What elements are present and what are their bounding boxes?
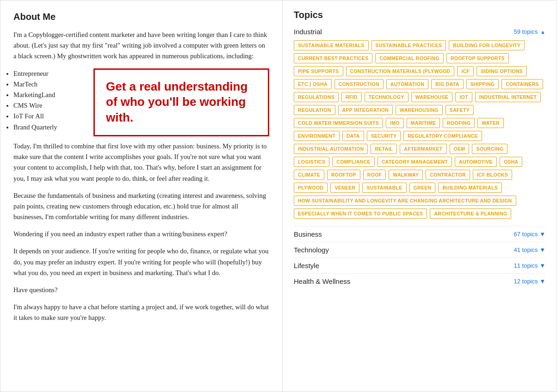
chevron-up-icon: ▲ [540, 29, 545, 35]
highlight-text: Get a real understanding of who you'll b… [106, 79, 257, 126]
tag-automation[interactable]: AUTOMATION [386, 79, 428, 89]
tag-icf-blocks[interactable]: ICF BLOCKS [473, 170, 512, 180]
tag-veneer[interactable]: VENEER [330, 183, 359, 193]
tag-building-for-longevity[interactable]: BUILDING FOR LONGEVITY [449, 40, 525, 50]
tag-containers[interactable]: CONTAINERS [501, 79, 543, 89]
tag-warehouse[interactable]: WAREHOUSE [411, 92, 453, 102]
about-paragraph-7: I'm always happy to have a chat before s… [13, 302, 269, 323]
tag-rooftop[interactable]: ROOFTOP [327, 170, 360, 180]
tag-rooftop-supports[interactable]: ROOFTOP SUPPORTS [446, 53, 509, 63]
tag-current-best-practices[interactable]: CURRENT BEST PRACTICES [294, 53, 372, 63]
tag-industrial-automation[interactable]: INDUSTRIAL AUTOMATION [294, 144, 368, 154]
tag-regulation[interactable]: REGULATION [294, 105, 335, 115]
business-section: Business 67 topics ▼ [294, 226, 545, 242]
tag-shipping[interactable]: SHIPPING [466, 79, 499, 89]
about-title: About Me [13, 12, 269, 22]
tag-siding-options[interactable]: SIDING OPTIONS [477, 66, 527, 76]
tag-cold-water-immersion[interactable]: COLD WATER IMMERSION SUITS [294, 118, 383, 128]
topics-title: Topics [294, 10, 545, 20]
tag-sustainable[interactable]: SUSTAINABLE [362, 183, 406, 193]
tag-regulatory-compliance[interactable]: REGULATORY COMPLIANCE [403, 131, 482, 141]
tag-oem[interactable]: OEM [450, 144, 470, 154]
tag-safety[interactable]: SAFETY [446, 105, 474, 115]
tag-sustainability-longevity[interactable]: HOW SUSTAINABILITY AND LONGEVITY ARE CHA… [294, 196, 516, 206]
tag-aftermarket[interactable]: AFTERMARKET [400, 144, 446, 154]
about-paragraph-5: It depends on your audience. If you're w… [13, 246, 269, 278]
tag-construction[interactable]: CONSTRUCTION [334, 79, 384, 89]
tag-technology[interactable]: TECHNOLOGY [365, 92, 408, 102]
tag-roofing[interactable]: ROOFING [443, 118, 475, 128]
health-wellness-section-name: Health & Wellness [294, 277, 350, 285]
tag-data[interactable]: DATA [342, 131, 364, 141]
tag-sustainable-materials[interactable]: SUSTAINABLE MATERIALS [294, 40, 369, 50]
tag-big-data[interactable]: BIG DATA [431, 79, 464, 89]
tag-plywood[interactable]: PLYWOOD [294, 183, 328, 193]
lifestyle-section-name: Lifestyle [294, 262, 319, 270]
tag-pipe-supports[interactable]: PIPE SUPPORTS [294, 66, 343, 76]
tag-contractor[interactable]: CONTRACTOR [426, 170, 470, 180]
tag-app-integration[interactable]: APP INTEGRATION [338, 105, 393, 115]
technology-section-name: Technology [294, 246, 329, 254]
chevron-down-icon: ▼ [539, 246, 545, 253]
about-paragraph-2: Today, I'm thrilled to combine that firs… [13, 141, 269, 184]
tag-regulations[interactable]: REGULATIONS [294, 92, 339, 102]
technology-section: Technology 41 topics ▼ [294, 242, 545, 257]
highlight-box: Get a real understanding of who you'll b… [93, 68, 269, 136]
lifestyle-section: Lifestyle 11 topics ▼ [294, 257, 545, 273]
tag-warehousing[interactable]: WAREHOUSING [396, 105, 443, 115]
about-paragraph-4: Wondering if you need an industry expert… [13, 229, 269, 239]
tag-walkway[interactable]: WALKWAY [389, 170, 423, 180]
business-count[interactable]: 67 topics ▼ [514, 231, 545, 238]
about-paragraph-6: Have questions? [13, 285, 269, 295]
tag-retail[interactable]: RETAIL [371, 144, 397, 154]
tag-rfid[interactable]: RFID [341, 92, 362, 102]
chevron-down-icon: ▼ [539, 278, 545, 285]
about-paragraph-3: Because the fundamentals of business and… [13, 190, 269, 223]
tag-security[interactable]: SECURITY [367, 131, 401, 141]
about-paragraph-1: I'm a Copyblogger-certified content mark… [13, 30, 269, 62]
tag-public-spaces[interactable]: ESPECIALLY WHEN IT COMES TO PUBLIC SPACE… [294, 208, 427, 219]
tag-climate[interactable]: CLIMATE [294, 170, 324, 180]
tag-construction-materials[interactable]: CONSTRUCTION MATERIALS (PLYWOOD [346, 66, 455, 76]
chevron-down-icon: ▼ [539, 231, 545, 238]
industrial-section: Industrial 59 topics ▲ SUSTAINABLE MATER… [294, 28, 545, 219]
tag-industrial-internet[interactable]: INDUSTRIAL INTERNET [475, 92, 541, 102]
tag-architecture-planning[interactable]: ARCHITECTURE & PLANNING [430, 208, 511, 219]
about-panel: About Me I'm a Copyblogger-certified con… [0, 0, 283, 392]
tag-logistics[interactable]: LOGISTICS [294, 157, 329, 167]
industrial-tags: SUSTAINABLE MATERIALS SUSTAINABLE PRACTI… [294, 40, 545, 219]
tag-green[interactable]: GREEN [409, 183, 436, 193]
tag-etc-osha[interactable]: ETC.) OSHA [294, 79, 332, 89]
tag-icf[interactable]: ICF [457, 66, 474, 76]
tag-compliance[interactable]: COMPLIANCE [332, 157, 375, 167]
tag-environment[interactable]: ENVIRONMENT [294, 131, 340, 141]
tag-water[interactable]: WATER [477, 118, 504, 128]
tag-maritime[interactable]: MARITIME [407, 118, 440, 128]
tag-commercial-roofing[interactable]: COMMERCIAL ROOFING [375, 53, 443, 63]
health-wellness-count[interactable]: 12 topics ▼ [514, 278, 545, 285]
tag-roof[interactable]: ROOF [363, 170, 386, 180]
industrial-section-name: Industrial [294, 28, 322, 36]
tag-automotive[interactable]: AUTOMOTIVE [455, 157, 497, 167]
topics-panel: Topics Industrial 59 topics ▲ SUSTAINABL… [283, 0, 557, 392]
lifestyle-count[interactable]: 11 topics ▼ [514, 262, 545, 269]
tag-category-management[interactable]: CATEGORY MANAGEMENT [378, 157, 452, 167]
tag-sustainable-practices[interactable]: SUSTAINABLE PRACTICES [371, 40, 446, 50]
tag-imo[interactable]: IMO [386, 118, 404, 128]
industrial-section-header: Industrial 59 topics ▲ [294, 28, 545, 36]
tag-iot[interactable]: IOT [455, 92, 472, 102]
health-wellness-section: Health & Wellness 12 topics ▼ [294, 273, 545, 289]
business-section-name: Business [294, 230, 322, 238]
tag-building-materials[interactable]: BUILDING MATERIALS [438, 183, 502, 193]
chevron-down-icon: ▼ [539, 262, 545, 269]
technology-count[interactable]: 41 topics ▼ [514, 246, 545, 253]
industrial-count[interactable]: 59 topics ▲ [514, 28, 545, 35]
tag-sourcing[interactable]: SOURCING [472, 144, 507, 154]
tag-osha[interactable]: OSHA [500, 157, 523, 167]
